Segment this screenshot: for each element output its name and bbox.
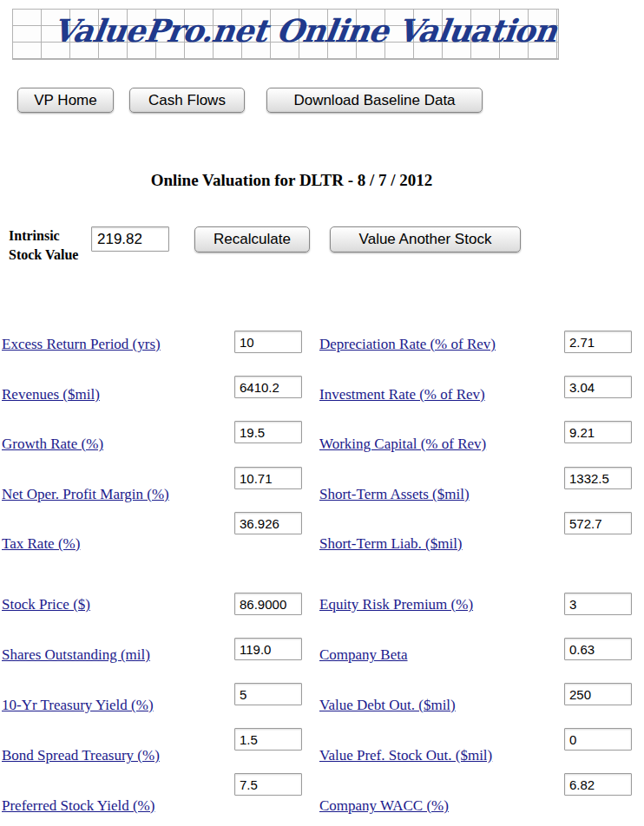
short-term-assets-input[interactable]	[564, 467, 632, 489]
net-oper-profit-margin-link[interactable]: Net Oper. Profit Margin (%)	[2, 487, 169, 502]
equity-risk-premium-link[interactable]: Equity Risk Premium (%)	[319, 597, 473, 613]
excess-return-period-input[interactable]	[234, 331, 302, 353]
short-term-liab-input[interactable]	[564, 512, 632, 534]
bond-spread-treasury-input[interactable]	[234, 728, 302, 751]
working-capital-link[interactable]: Working Capital (% of Rev)	[319, 436, 486, 452]
tax-rate-link[interactable]: Tax Rate (%)	[2, 536, 80, 552]
valuepro-online-valuation-page: ValuePro.net Online Valuation VP Home Ca…	[0, 0, 644, 826]
net-oper-profit-margin-input[interactable]	[234, 467, 302, 489]
growth-rate-input[interactable]	[234, 421, 302, 443]
value-debt-out-link[interactable]: Value Debt Out. ($mil)	[319, 698, 456, 713]
depreciation-rate-input[interactable]	[564, 331, 632, 353]
value-pref-stock-out-link[interactable]: Value Pref. Stock Out. ($mil)	[319, 748, 492, 764]
bond-spread-treasury-link[interactable]: Bond Spread Treasury (%)	[2, 748, 160, 764]
cash-flows-button[interactable]: Cash Flows	[129, 88, 245, 113]
preferred-stock-yield-input[interactable]	[234, 773, 302, 796]
treasury-yield-10yr-link[interactable]: 10-Yr Treasury Yield (%)	[2, 698, 154, 713]
equity-risk-premium-input[interactable]	[564, 593, 632, 615]
company-beta-link[interactable]: Company Beta	[319, 647, 408, 663]
revenues-link[interactable]: Revenues ($mil)	[2, 387, 100, 403]
download-baseline-data-button[interactable]: Download Baseline Data	[266, 88, 483, 113]
excess-return-period-link[interactable]: Excess Return Period (yrs)	[2, 337, 161, 352]
recalculate-button[interactable]: Recalculate	[194, 226, 310, 252]
stock-price-input[interactable]	[234, 593, 302, 615]
investment-rate-input[interactable]	[564, 376, 632, 398]
short-term-assets-link[interactable]: Short-Term Assets ($mil)	[319, 487, 470, 502]
shares-outstanding-link[interactable]: Shares Outstanding (mil)	[2, 647, 150, 663]
shares-outstanding-input[interactable]	[234, 638, 302, 660]
intrinsic-stock-value-label: Intrinsic Stock Value	[9, 226, 83, 265]
short-term-liab-link[interactable]: Short-Term Liab. ($mil)	[319, 536, 463, 552]
value-debt-out-input[interactable]	[564, 683, 632, 705]
depreciation-rate-link[interactable]: Depreciation Rate (% of Rev)	[319, 337, 496, 352]
value-another-stock-button[interactable]: Value Another Stock	[330, 226, 521, 252]
treasury-yield-10yr-input[interactable]	[234, 683, 302, 705]
growth-rate-link[interactable]: Growth Rate (%)	[2, 436, 103, 452]
tax-rate-input[interactable]	[234, 512, 302, 534]
valuepro-logo-text: ValuePro.net Online Valuation	[50, 12, 559, 49]
vp-home-button[interactable]: VP Home	[17, 88, 114, 113]
investment-rate-link[interactable]: Investment Rate (% of Rev)	[319, 387, 485, 403]
logo-banner: ValuePro.net Online Valuation	[12, 9, 559, 60]
company-beta-input[interactable]	[564, 638, 632, 660]
page-title: Online Valuation for DLTR - 8 / 7 / 2012	[0, 171, 583, 190]
company-wacc-input[interactable]	[564, 773, 632, 796]
stock-price-link[interactable]: Stock Price ($)	[2, 597, 90, 613]
working-capital-input[interactable]	[564, 421, 632, 443]
revenues-input[interactable]	[234, 376, 302, 398]
value-pref-stock-out-input[interactable]	[564, 728, 632, 751]
preferred-stock-yield-link[interactable]: Preferred Stock Yield (%)	[2, 798, 154, 814]
company-wacc-link[interactable]: Company WACC (%)	[319, 798, 449, 814]
intrinsic-stock-value-input[interactable]	[91, 226, 169, 252]
